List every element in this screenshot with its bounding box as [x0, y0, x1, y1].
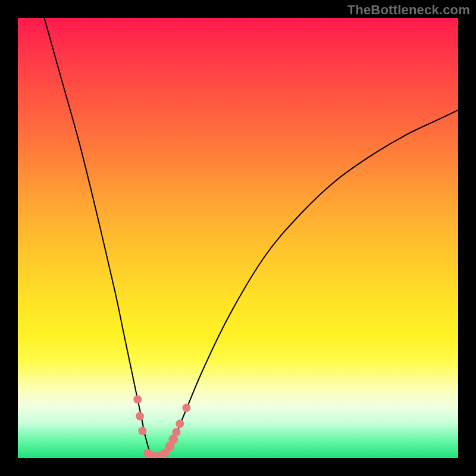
bottleneck-curve	[44, 18, 458, 458]
data-marker	[182, 403, 190, 412]
data-marker	[138, 427, 146, 435]
data-marker	[136, 412, 144, 421]
marker-layer	[133, 395, 190, 458]
curve-layer	[18, 18, 458, 458]
data-marker	[133, 395, 142, 403]
watermark-text: TheBottleneck.com	[347, 2, 470, 18]
data-marker	[172, 428, 180, 436]
plot-area	[18, 18, 458, 458]
data-marker	[176, 419, 184, 428]
chart-frame: TheBottleneck.com	[0, 0, 476, 476]
